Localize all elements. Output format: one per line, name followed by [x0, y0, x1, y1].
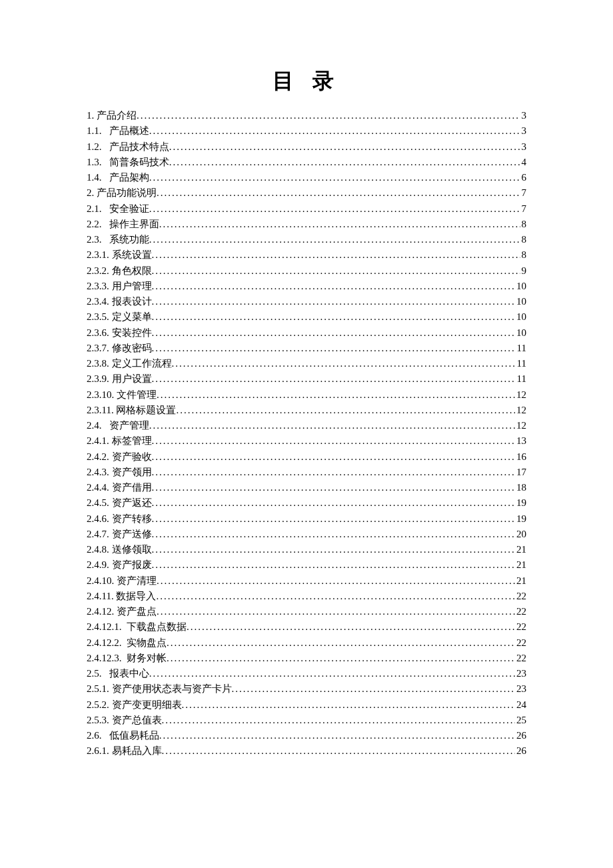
toc-leader-dots: [149, 418, 515, 433]
toc-entry-title: 资产变更明细表: [112, 697, 182, 713]
toc-leader-dots: [157, 573, 515, 589]
toc-entry-title: 财务对帐: [127, 651, 167, 666]
toc-leader-dots: [152, 449, 516, 465]
toc-entry-title: 产品技术特点: [109, 139, 169, 155]
toc-entry-title: 系统设置: [112, 247, 152, 263]
toc-entry: 2.6. 低值易耗品26: [87, 728, 526, 743]
toc-entry-title: 资产领用: [112, 465, 152, 480]
toc-entry: 1.1. 产品概述3: [87, 123, 526, 139]
toc-entry-title: 数据导入: [116, 589, 156, 604]
toc-entry: 2.2. 操作主界面8: [87, 217, 526, 232]
toc-entry-gap: [122, 619, 127, 635]
toc-entry: 1. 产品介绍3: [87, 108, 526, 123]
toc-entry-number: 2.3.11.: [87, 403, 114, 418]
toc-entry-page: 25: [515, 713, 526, 728]
toc-entry: 2.4.12.2. 实物盘点 22: [87, 635, 526, 651]
toc-entry-number: 2.4.1.: [87, 433, 109, 449]
toc-leader-dots: [152, 247, 520, 263]
toc-leader-dots: [162, 713, 516, 728]
toc-leader-dots: [152, 542, 516, 557]
toc-entry: 2.4.12.3. 财务对帐 22: [87, 651, 526, 666]
toc-leader-dots: [232, 681, 516, 697]
toc-entry-page: 12: [515, 418, 526, 433]
toc-entry-page: 6: [520, 170, 527, 185]
toc-entry-gap: [102, 201, 109, 217]
toc-entry: 2. 产品功能说明7: [87, 185, 526, 201]
toc-entry-number: 2.3.2.: [87, 263, 109, 279]
toc-entry-number: 2.4.4.: [87, 480, 109, 495]
toc-entry-page: 21: [515, 542, 526, 557]
toc-entry-gap: [102, 139, 109, 155]
toc-entry: 2.4.7. 资产送修 20: [87, 527, 526, 542]
toc-leader-dots: [157, 387, 515, 403]
toc-entry-gap: [102, 232, 109, 247]
toc-entry-title: 产品概述: [109, 123, 149, 139]
toc-entry-page: 16: [515, 449, 526, 465]
toc-entry-number: 2.3.10.: [87, 387, 114, 403]
toc-entry: 2.4.11. 数据导入 22: [87, 589, 526, 604]
toc-entry-page: 4: [520, 155, 527, 170]
toc-leader-dots: [149, 232, 520, 247]
toc-leader-dots: [149, 170, 520, 185]
toc-entry-page: 3: [520, 123, 527, 139]
toc-entry-title: 操作主界面: [109, 217, 159, 232]
toc-entry-title: 资产盘点: [117, 604, 157, 619]
toc-entry-page: 22: [515, 604, 526, 619]
toc-entry: 2.4.12.1. 下载盘点数据 22: [87, 619, 526, 635]
toc-entry-page: 17: [515, 465, 526, 480]
toc-entry-page: 21: [515, 557, 526, 573]
toc-entry-number: 2.1.: [87, 201, 102, 217]
toc-entry-number: 2.5.: [87, 666, 102, 681]
toc-entry-number: 2.4.7.: [87, 527, 109, 542]
toc-leader-dots: [159, 728, 515, 743]
toc-entry-number: 2.6.1.: [87, 743, 109, 759]
toc-entry-title: 资产借用: [112, 480, 152, 495]
toc-entry-page: 26: [515, 743, 526, 759]
toc-entry: 2.4.5. 资产返还 19: [87, 495, 526, 511]
toc-entry-number: 2.3.: [87, 232, 102, 247]
toc-entry-number: 2.3.6.: [87, 325, 109, 341]
toc-entry: 2.4.2. 资产验收 16: [87, 449, 526, 465]
toc-entry-number: 2.3.3.: [87, 279, 109, 294]
toc-entry-title: 资产报废: [112, 557, 152, 573]
toc-entry-title: 产品功能说明: [97, 185, 157, 201]
toc-entry-page: 8: [520, 217, 527, 232]
toc-entry-number: 2.3.8.: [87, 356, 109, 371]
toc-entry-page: 10: [515, 309, 526, 325]
toc-entry-title: 安装控件: [112, 325, 152, 341]
toc-leader-dots: [152, 433, 516, 449]
toc-entry-title: 产品介绍: [97, 108, 137, 123]
toc-entry-gap: [102, 217, 109, 232]
toc-entry: 2.5.3. 资产总值表 25: [87, 713, 526, 728]
toc-leader-dots: [187, 619, 515, 635]
toc-entry: 2.5. 报表中心23: [87, 666, 526, 681]
toc-entry-page: 23: [515, 666, 526, 681]
toc-entry: 1.2. 产品技术特点3: [87, 139, 526, 155]
toc-entry: 2.1. 安全验证7: [87, 201, 526, 217]
toc-entry: 2.3.4. 报表设计 10: [87, 294, 526, 309]
toc-entry: 1.4. 产品架构6: [87, 170, 526, 185]
toc-entry: 2.4.4. 资产借用 18: [87, 480, 526, 495]
toc-entry-page: 22: [515, 635, 526, 651]
toc-entry: 2.3. 系统功能8: [87, 232, 526, 247]
toc-entry-gap: [102, 418, 109, 433]
toc-entry-title: 定义工作流程: [112, 356, 172, 371]
toc-entry: 2.4.3. 资产领用 17: [87, 465, 526, 480]
toc-entry-page: 12: [515, 403, 526, 418]
toc-entry-title: 资产返还: [112, 495, 152, 511]
toc-entry-number: 2.4.: [87, 418, 102, 433]
toc-entry-title: 用户管理: [112, 279, 152, 294]
toc-entry-number: 2.4.12.2.: [87, 635, 122, 651]
toc-entry-title: 系统功能: [109, 232, 149, 247]
toc-entry-number: 2.4.2.: [87, 449, 109, 465]
toc-entry-title: 低值易耗品: [109, 728, 159, 743]
toc-entry-number: 2.4.12.1.: [87, 619, 122, 635]
toc-leader-dots: [137, 108, 520, 123]
toc-entry-number: 1.3.: [87, 155, 102, 170]
toc-leader-dots: [152, 279, 516, 294]
toc-leader-dots: [157, 604, 515, 619]
toc-entry-gap: [102, 728, 109, 743]
toc-entry-title: 角色权限: [112, 263, 152, 279]
toc-entry: 2.4.6. 资产转移 19: [87, 511, 526, 527]
toc-entry-gap: [102, 170, 109, 185]
